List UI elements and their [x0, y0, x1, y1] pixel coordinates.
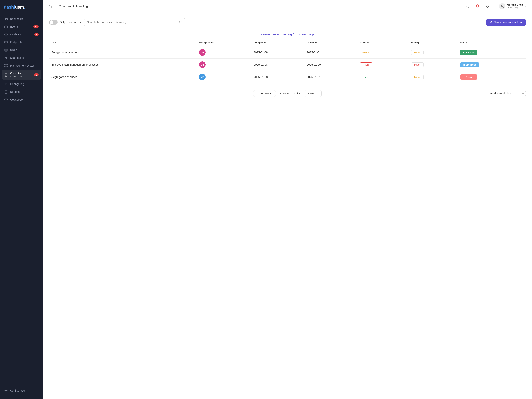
next-label: Next: [308, 92, 314, 95]
search-icon: [465, 4, 469, 8]
assignee-avatar-2: MC: [199, 74, 206, 80]
cell-rating-1: Major: [409, 59, 458, 71]
sort-arrow: ↓: [266, 41, 268, 44]
sidebar-bottom: Configuration: [0, 384, 43, 399]
page-info: Showing 1-3 of 3: [280, 92, 300, 95]
sidebar-item-scan-results[interactable]: Scan results: [2, 54, 41, 62]
sidebar-label-get-support: Get support: [10, 98, 24, 101]
scan-icon: [4, 56, 8, 60]
svg-point-32: [466, 5, 468, 7]
svg-rect-16: [5, 64, 7, 65]
entries-label: Entries to display: [490, 92, 511, 95]
search-icon: [179, 20, 183, 24]
sidebar-item-dashboard[interactable]: Dashboard: [2, 15, 41, 23]
sidebar-item-configuration[interactable]: Configuration: [2, 387, 41, 394]
sidebar-item-urls[interactable]: URLs: [2, 46, 41, 54]
toggle-label: Only open entries: [60, 21, 81, 24]
avatar: [499, 3, 505, 9]
arrow-left-icon: ←: [257, 92, 260, 95]
rating-badge-0: Minor: [411, 50, 424, 55]
breadcrumb-separator: ›: [55, 5, 56, 8]
cell-status-0: Reviewed: [458, 46, 526, 59]
reports-icon: [4, 90, 8, 94]
ai-button[interactable]: [484, 3, 491, 10]
sidebar-item-corrective-actions-log[interactable]: Corrective actions log 2: [2, 70, 41, 80]
sidebar-label-dashboard: Dashboard: [10, 17, 24, 20]
priority-badge-1: High: [360, 62, 372, 67]
user-company: ACME Corp: [507, 6, 523, 9]
incidents-icon: [4, 33, 8, 36]
sidebar-item-reports[interactable]: Reports: [2, 88, 41, 96]
next-button[interactable]: Next →: [304, 90, 322, 97]
cell-assignee-0: Jd: [197, 46, 251, 59]
sidebar-item-events[interactable]: Events 30: [2, 23, 41, 30]
sidebar-label-scan-results: Scan results: [10, 56, 25, 59]
home-icon: [4, 17, 8, 21]
cell-title-0: Encrypt storage arrays: [49, 46, 197, 59]
sidebar-label-urls: URLs: [10, 49, 17, 52]
incidents-badge: 1: [34, 33, 38, 36]
entries-select[interactable]: 102550100: [513, 90, 526, 97]
col-due-date: Due date: [304, 39, 358, 46]
globe-icon: [4, 48, 8, 52]
sidebar-label-change-log: Change log: [10, 82, 24, 85]
cell-due-date-0: 2025-01-01: [304, 46, 358, 59]
entries-control: Entries to display 102550100: [490, 90, 526, 97]
support-icon: [4, 98, 8, 101]
cell-logged-at-2: 2025-01-08: [251, 71, 304, 83]
notifications-button[interactable]: [474, 3, 481, 10]
table-row[interactable]: Encrypt storage arrays Jd 2025-01-08 202…: [49, 46, 526, 59]
cell-title-1: Improve patch management processes: [49, 59, 197, 71]
status-badge-0: Reviewed: [460, 50, 477, 55]
changelog-icon: [4, 82, 8, 86]
sidebar-item-get-support[interactable]: Get support: [2, 96, 41, 103]
open-entries-toggle[interactable]: [49, 20, 58, 25]
content: Only open entries ⊕ New corrective actio…: [43, 13, 532, 399]
svg-point-30: [6, 99, 6, 99]
sidebar-nav: Dashboard Events 30 Incidents 1 Endpoint…: [0, 15, 43, 384]
corrective-actions-table: Title Assigned to Logged at ↓ Due date P…: [49, 39, 526, 83]
pagination-bar: ← Previous Showing 1-3 of 3 Next → Entri…: [49, 90, 526, 97]
svg-point-31: [6, 390, 6, 391]
table-title: Corrective actions log for ACME Corp: [49, 33, 526, 36]
toggle-wrapper: Only open entries: [49, 20, 81, 25]
cell-priority-2: Low: [358, 71, 409, 83]
previous-button[interactable]: ← Previous: [253, 90, 276, 97]
priority-badge-0: Medium: [360, 50, 373, 55]
priority-badge-2: Low: [360, 75, 372, 79]
svg-line-36: [181, 23, 182, 24]
cell-rating-2: Minor: [409, 71, 458, 83]
cell-priority-0: Medium: [358, 46, 409, 59]
sidebar: dashiusm. Dashboard Events 30 Incidents …: [0, 0, 43, 399]
sidebar-label-endpoints: Endpoints: [10, 41, 22, 44]
new-corrective-action-button[interactable]: ⊕ New corrective action: [486, 19, 526, 26]
cell-logged-at-0: 2025-01-08: [251, 46, 304, 59]
svg-line-33: [468, 7, 469, 8]
cell-assignee-2: MC: [197, 71, 251, 83]
logo: dashiusm.: [0, 0, 43, 15]
svg-point-6: [6, 35, 6, 35]
arrow-right-icon: →: [315, 92, 318, 95]
sidebar-item-endpoints[interactable]: Endpoints: [2, 39, 41, 46]
new-action-label: New corrective action: [494, 21, 522, 24]
table-row[interactable]: Segregation of duties MC 2025-01-08 2025…: [49, 71, 526, 83]
topbar-divider: [494, 3, 494, 9]
bell-icon: [475, 4, 479, 8]
sidebar-item-management-system[interactable]: Management system: [2, 62, 41, 69]
logo-dot: .: [24, 5, 25, 10]
user-name: Morgan Chen: [507, 3, 523, 6]
toolbar: Only open entries ⊕ New corrective actio…: [49, 18, 526, 26]
search-button[interactable]: [464, 3, 471, 10]
user-menu[interactable]: Morgan Chen ACME Corp ▾: [498, 2, 527, 10]
table-row[interactable]: Improve patch management processes Jd 20…: [49, 59, 526, 71]
breadcrumb-title: Corrective Actions Log: [59, 5, 88, 8]
sidebar-item-change-log[interactable]: Change log: [2, 80, 41, 88]
assignee-avatar-0: Jd: [199, 49, 206, 56]
home-button[interactable]: [48, 4, 53, 9]
cell-rating-0: Minor: [409, 46, 458, 59]
search-input[interactable]: [87, 21, 177, 24]
corrective-actions-badge: 2: [34, 73, 38, 76]
svg-rect-17: [5, 66, 7, 67]
col-logged-at[interactable]: Logged at ↓: [251, 39, 304, 46]
sidebar-item-incidents[interactable]: Incidents 1: [2, 31, 41, 38]
